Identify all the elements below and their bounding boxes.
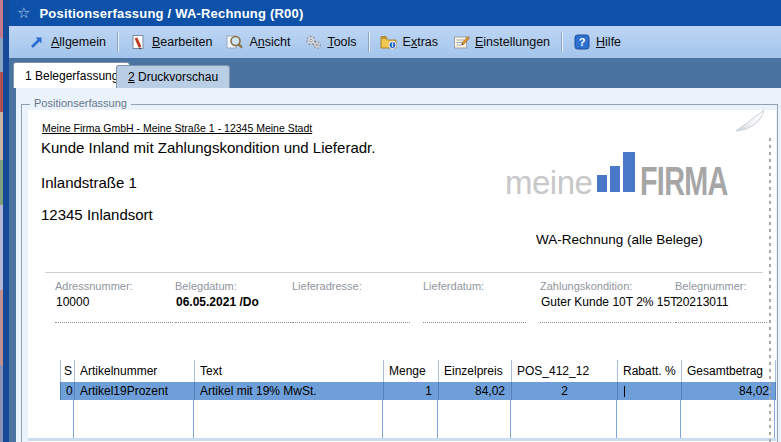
belegdatum-value[interactable]: 06.05.2021 /Do [176,295,259,309]
toolbar-item-einstellungen[interactable]: Einstellungen [445,31,557,54]
gears-icon [304,34,322,51]
page-margin-marker [769,138,771,442]
zahlungskondition-value[interactable]: Guter Kunde 10T 2% 15T [541,295,678,309]
page-title: Positionserfassung / WA-Rechnung (R00) [39,6,303,21]
column-header-pos-412-12[interactable]: POS_412_12 [512,360,618,382]
toolbar-separator [561,32,562,52]
company-logo: meine FIRMA [505,150,762,196]
tab-belegerfassung[interactable]: 1 Belegerfassung [13,62,130,88]
cell-text[interactable]: Artikel mit 19% MwSt. [195,382,384,400]
field-lieferdatum: Lieferdatum: [423,276,526,328]
field-adressnummer: Adressnummer: 10000 [55,276,173,328]
cell-menge[interactable]: 1 [384,382,439,400]
bar-chart-logo-icon [597,150,639,196]
field-underline [423,322,526,323]
field-zahlungskondition: Zahlungskondition: Guter Kunde 10T 2% 15… [540,276,671,328]
table-bottom-strip [28,438,776,441]
column-header-rabatt[interactable]: Rabatt. % [618,360,682,382]
toolbar-item-hilfe[interactable]: ? Hilfe [566,31,628,54]
groupbox-label: Positionserfassung [30,97,131,109]
field-underline [175,322,293,323]
toolbar-item-tools[interactable]: Tools [297,31,363,54]
help-icon: ? [573,34,591,51]
cell-artikelnummer[interactable]: Artikel19Prozent [75,382,195,400]
logo-word-left: meine [505,170,592,196]
toolbar-separator [117,32,118,52]
field-underline [675,322,767,323]
page-curl-icon [734,107,766,134]
app-window: ☆ Positionserfassung / WA-Rechnung (R00)… [0,0,781,442]
column-header-gesamtbetrag[interactable]: Gesamtbetrag [682,360,776,382]
column-header-artikelnummer[interactable]: Artikelnummer [75,360,195,382]
cell-pos-412-12[interactable]: 2 [512,382,618,400]
cell-gesamtbetrag[interactable]: 84,02 [682,382,776,400]
edit-page-icon [129,34,147,51]
column-header-text[interactable]: Text [195,360,384,382]
svg-text:i: i [391,41,393,48]
column-header-s[interactable]: S [61,360,75,382]
field-underline [55,322,173,323]
table-row-selected[interactable]: 0 Artikel19Prozent Artikel mit 19% MwSt.… [60,382,775,400]
column-header-einzelpreis[interactable]: Einzelpreis [439,360,512,382]
text-cursor [624,386,625,397]
toolbar-item-allgemein[interactable]: Allgemein [21,31,113,54]
toolbar-item-ansicht[interactable]: Ansicht [219,31,297,54]
header-separator-line [45,272,763,273]
table-header-row: S Artikelnummer Text Menge Einzelpreis P… [60,360,775,382]
field-belegdatum: Belegdatum: 06.05.2021 /Do [175,276,293,328]
toolbar-item-bearbeiten[interactable]: Bearbeiten [122,31,219,54]
table-row-empty[interactable] [60,400,775,438]
tab-druckvorschau[interactable]: 2 Druckvorschau [116,65,230,88]
logo-word-right: FIRMA [640,166,728,196]
field-underline [540,322,671,323]
left-margin-band [9,88,16,442]
cell-s[interactable]: 0 [61,382,75,400]
recipient-city: 12345 Inlandsort [41,206,153,223]
main-toolbar: Allgemein Bearbeiten Ansicht Tools i [9,26,781,58]
tab-strip: 1 Belegerfassung 2 Druckvorschau [9,58,781,88]
content-panel: Positionserfassung Meine Firma GmbH - Me… [16,88,781,442]
favorite-star-icon[interactable]: ☆ [17,4,30,22]
field-underline [292,322,410,323]
adressnummer-value[interactable]: 10000 [56,295,89,309]
document-type-label: WA-Rechnung (alle Belege) [536,232,703,247]
invoice-preview: Meine Firma GmbH - Meine Straße 1 - 1234… [28,110,776,442]
sender-line: Meine Firma GmbH - Meine Straße 1 - 1234… [42,122,312,134]
belegnummer-value[interactable]: 20213011 [676,295,729,309]
field-lieferadresse: Lieferadresse: [292,276,410,328]
cell-einzelpreis[interactable]: 84,02 [439,382,512,400]
magnifier-icon [226,34,244,51]
toolbar-item-extras[interactable]: i Extras [373,31,445,54]
toolbar-separator [368,32,369,52]
folder-info-icon: i [380,34,398,51]
note-pencil-icon [452,34,470,51]
cell-rabatt[interactable] [618,382,682,400]
recipient-street: Inlandstraße 1 [41,174,137,191]
title-bar: ☆ Positionserfassung / WA-Rechnung (R00) [9,0,781,26]
column-header-menge[interactable]: Menge [384,360,439,382]
recipient-name: Kunde Inland mit Zahlungskondition und L… [41,139,375,156]
field-belegnummer: Belegnummer: 20213011 [675,276,767,328]
svg-text:?: ? [579,36,586,48]
positions-table: S Artikelnummer Text Menge Einzelpreis P… [60,360,775,438]
arrow-up-right-icon [28,34,46,51]
